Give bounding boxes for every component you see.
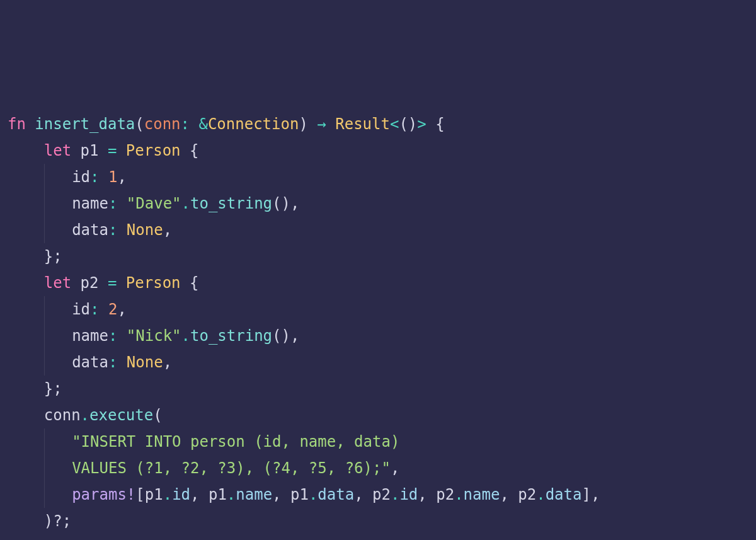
dot: . [391,486,399,503]
comma: , [117,301,126,318]
close-bracket: ], [581,486,600,503]
dot: . [81,406,89,424]
code-line [8,534,748,540]
code-line: conn.execute( [8,402,748,428]
comma: , [418,486,436,503]
code-line: )?; [8,508,748,534]
type-person: Person [126,142,181,159]
code-line: }; [8,376,748,402]
macro-params: params! [72,486,135,503]
code-line: VALUES (?1, ?2, ?3), (?4, ?5, ?6);", [8,455,748,481]
dot: . [536,486,545,503]
open-bracket: [ [135,486,144,503]
type-connection: Connection [208,115,299,133]
sql-string: VALUES (?1, ?2, ?3), (?4, ?5, ?6);" [72,459,391,477]
var-p2: p2 [436,486,454,503]
open-paren: ( [135,115,144,133]
field-name: name [72,195,108,212]
dot: . [454,486,463,503]
code-line: let p2 = Person { [8,270,748,296]
keyword-let: let [44,142,71,159]
code-line: }; [8,243,748,270]
none-literal: None [127,221,163,239]
var-p1: p1 [145,486,163,503]
call-comma: (), [272,195,299,212]
number-literal: 2 [108,301,117,318]
dot: . [181,195,190,212]
code-line: id: 2, [8,296,748,323]
code-line: data: None, [8,349,748,376]
unit-type: () [399,115,417,133]
prop-data: data [318,486,354,503]
prop-id: id [172,486,190,503]
string-literal: "Nick" [127,327,181,345]
type-result: Result [335,115,390,133]
comma: , [190,486,209,503]
prop-name: name [236,486,272,503]
code-line: fn insert_data(conn: &Connection) → Resu… [8,111,748,137]
close-struct: }; [44,248,62,265]
open-brace: { [181,274,199,292]
none-literal: None [127,353,163,371]
comma: , [272,486,290,503]
equals: = [108,274,126,292]
open-paren: ( [153,406,162,424]
var-p2: p2 [372,486,391,503]
dot: . [181,327,190,345]
code-line: params![p1.id, p1.name, p1.data, p2.id, … [8,481,748,508]
method-to-string: to_string [190,327,272,345]
keyword-let: let [44,274,71,292]
close-struct: }; [44,380,62,398]
colon: : [108,327,127,345]
var-p2: p2 [71,274,108,292]
code-line: name: "Dave".to_string(), [8,190,748,217]
lt: < [390,115,399,133]
code-line: let p1 = Person { [8,137,748,164]
code-line: data: None, [8,217,748,243]
method-execute: execute [89,406,153,424]
comma: , [117,168,126,186]
field-id: id [72,301,90,318]
var-conn: conn [44,406,81,424]
colon: : [90,301,108,318]
colon: : [108,195,127,212]
close-paren: ) [299,115,307,133]
var-p1: p1 [290,486,309,503]
number-literal: 1 [108,168,117,186]
comma: , [163,221,172,239]
colon: : [108,221,127,239]
keyword-fn: fn [8,115,26,133]
equals: = [108,142,126,159]
arrow: → [308,115,335,133]
open-brace: { [181,142,199,159]
type-person: Person [126,274,181,292]
sql-string: "INSERT INTO person (id, name, data) [72,433,399,451]
dot: . [309,486,318,503]
var-p1: p1 [209,486,227,503]
prop-id: id [399,486,418,503]
colon: : [90,168,108,186]
ampersand: & [198,115,207,133]
dot: . [227,486,236,503]
comma: , [500,486,518,503]
var-p2: p2 [518,486,536,503]
call-comma: (), [272,327,299,345]
field-id: id [72,168,90,186]
comma: , [354,486,372,503]
method-to-string: to_string [190,195,272,212]
function-name: insert_data [35,115,135,133]
field-data: data [72,353,108,371]
string-literal: "Dave" [127,195,181,212]
dot: . [163,486,172,503]
prop-name: name [464,486,500,503]
param-name: conn [144,115,181,133]
prop-data: data [546,486,582,503]
code-line: id: 1, [8,164,748,190]
code-editor[interactable]: fn insert_data(conn: &Connection) → Resu… [8,111,748,540]
code-line: "INSERT INTO person (id, name, data) [8,428,748,455]
field-data: data [72,221,108,239]
open-brace: { [427,115,445,133]
comma: , [391,459,399,477]
code-line: name: "Nick".to_string(), [8,323,748,349]
colon: : [181,115,199,133]
